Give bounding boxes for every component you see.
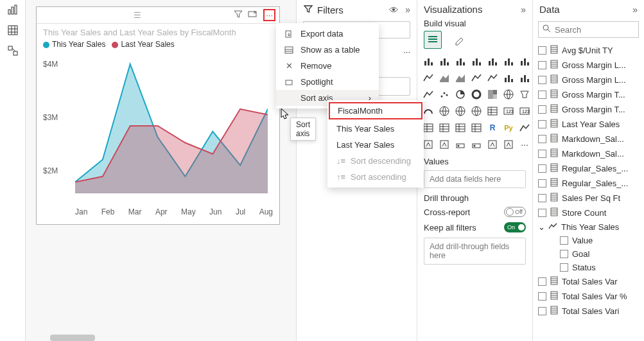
viz-type-ribbon[interactable] xyxy=(518,54,532,68)
field-checkbox[interactable] xyxy=(538,91,546,99)
field-checkbox[interactable] xyxy=(538,194,546,202)
viz-type-stacked-area[interactable] xyxy=(453,71,467,85)
field-checkbox[interactable] xyxy=(538,120,546,128)
viz-type-stacked-bar[interactable] xyxy=(421,54,435,68)
field-checkbox[interactable] xyxy=(538,179,546,188)
field-row[interactable]: Store Count xyxy=(538,205,641,220)
field-checkbox[interactable] xyxy=(560,263,568,272)
viz-type-filled-map[interactable] xyxy=(518,87,532,101)
viz-type-donut[interactable] xyxy=(469,87,483,101)
viz-type-r-visual[interactable]: R xyxy=(485,121,500,135)
field-row[interactable]: Regular_Sales_... xyxy=(538,176,641,191)
field-checkbox[interactable] xyxy=(560,236,568,245)
viz-type-scatter-2[interactable] xyxy=(437,87,451,101)
viz-type-card[interactable]: 123 xyxy=(501,104,516,118)
menu-spotlight[interactable]: Spotlight xyxy=(276,74,379,90)
model-view-icon[interactable] xyxy=(7,45,19,57)
submenu-sort-ascending[interactable]: ↑≡Sort ascending xyxy=(327,169,424,185)
field-row[interactable]: Markdown_Sal... xyxy=(538,132,641,146)
field-checkbox[interactable] xyxy=(538,209,546,217)
viz-type-100-column[interactable] xyxy=(501,54,516,68)
more-icon[interactable]: ··· xyxy=(403,47,410,57)
field-checkbox[interactable] xyxy=(538,307,546,315)
viz-type-power-apps[interactable] xyxy=(485,137,500,152)
viz-type-treemap[interactable] xyxy=(485,87,500,101)
field-checkbox[interactable] xyxy=(538,164,546,173)
viz-type-slicer[interactable] xyxy=(469,121,483,135)
viz-type-line-col[interactable] xyxy=(469,71,483,85)
viz-type-area[interactable] xyxy=(437,71,451,85)
field-row[interactable]: Last Year Sales xyxy=(538,117,641,132)
viz-type-100-bar[interactable] xyxy=(485,54,500,68)
horizontal-scrollbar[interactable] xyxy=(50,335,95,341)
field-checkbox[interactable] xyxy=(538,292,546,301)
keep-filters-toggle[interactable]: On xyxy=(504,222,526,232)
viz-type-clustered-column[interactable] xyxy=(469,54,483,68)
field-row[interactable]: Sales Per Sq Ft xyxy=(538,191,641,205)
field-checkbox[interactable] xyxy=(560,250,568,258)
table-view-icon[interactable] xyxy=(7,24,19,36)
chart-visual[interactable]: ☰ ··· This Year Sales and Last Year Sale… xyxy=(36,6,280,225)
field-group[interactable]: ⌄This Year Sales xyxy=(538,220,641,234)
viz-type-multi-card[interactable]: 123 xyxy=(518,104,532,118)
drag-handle-icon[interactable]: ☰ xyxy=(134,10,141,20)
viz-type-azure-map[interactable] xyxy=(437,104,451,118)
format-visual-tab[interactable] xyxy=(451,31,469,49)
menu-show-as-table[interactable]: Show as a table xyxy=(276,42,379,58)
build-visual-tab[interactable] xyxy=(424,31,442,49)
viz-type-key-influencers[interactable] xyxy=(518,121,532,135)
more-options-button[interactable]: ··· xyxy=(263,9,275,21)
report-view-icon[interactable] xyxy=(7,4,19,15)
viz-type-power-automate[interactable] xyxy=(501,137,516,152)
field-row[interactable]: Goal xyxy=(538,247,641,261)
field-checkbox[interactable] xyxy=(538,105,546,114)
field-row[interactable]: Total Sales Var xyxy=(538,274,641,289)
field-row[interactable]: Total Sales Var % xyxy=(538,289,641,304)
menu-remove[interactable]: ✕Remove xyxy=(276,58,379,74)
submenu-last-year-sales[interactable]: Last Year Sales xyxy=(327,137,424,153)
field-row[interactable]: Regular_Sales_... xyxy=(538,161,641,176)
viz-type-paginated[interactable] xyxy=(469,137,483,152)
viz-type-scatter[interactable] xyxy=(421,87,435,101)
viz-type-clustered-bar[interactable] xyxy=(437,54,451,68)
cross-report-toggle[interactable]: Off xyxy=(504,207,526,217)
viz-type-matrix-2[interactable] xyxy=(453,121,467,135)
field-row[interactable]: Avg $/Unit TY xyxy=(538,43,641,58)
field-row[interactable]: Gross Margin L... xyxy=(538,73,641,87)
field-row[interactable]: Markdown_Sal... xyxy=(538,146,641,161)
viz-type-waterfall[interactable] xyxy=(501,71,516,85)
viz-type-line[interactable] xyxy=(421,71,435,85)
field-row[interactable]: Status xyxy=(538,261,641,274)
focus-mode-icon[interactable] xyxy=(248,10,257,21)
field-row[interactable]: Gross Margin T... xyxy=(538,87,641,102)
field-row[interactable]: Gross Margin L... xyxy=(538,58,641,73)
data-search-input[interactable]: Search xyxy=(538,21,639,38)
values-dropzone[interactable]: Add data fields here xyxy=(424,170,526,188)
viz-type-stacked-column[interactable] xyxy=(453,54,467,68)
field-checkbox[interactable] xyxy=(538,76,546,84)
collapse-viz-icon[interactable]: » xyxy=(521,4,526,15)
field-checkbox[interactable] xyxy=(538,150,546,158)
viz-type-smart-narrative[interactable] xyxy=(453,137,467,152)
submenu-this-year-sales[interactable]: This Year Sales xyxy=(327,121,424,137)
field-checkbox[interactable] xyxy=(538,277,546,286)
viz-type-python-visual[interactable]: Py xyxy=(501,121,516,135)
submenu-sort-descending[interactable]: ↓≡Sort descending xyxy=(327,153,424,169)
viz-type-funnel-chart[interactable] xyxy=(518,71,532,85)
collapse-filters-icon[interactable]: » xyxy=(405,4,410,15)
visibility-icon[interactable]: 👁 xyxy=(389,4,399,15)
drill-dropzone[interactable]: Add drill-through fields here xyxy=(424,238,526,265)
viz-type-map[interactable] xyxy=(501,87,516,101)
collapse-data-icon[interactable]: » xyxy=(632,4,638,15)
field-row[interactable]: Total Sales Vari xyxy=(538,304,641,319)
viz-type-qa[interactable] xyxy=(437,137,451,152)
submenu-fiscalmonth[interactable]: FiscalMonth xyxy=(329,102,422,119)
field-checkbox[interactable] xyxy=(538,46,546,55)
field-checkbox[interactable] xyxy=(538,61,546,69)
viz-type-table[interactable] xyxy=(485,104,500,118)
viz-type-arcgis[interactable] xyxy=(453,104,467,118)
viz-type-more-visuals[interactable]: ··· xyxy=(518,137,532,152)
viz-type-shape-map[interactable] xyxy=(469,104,483,118)
viz-type-pie[interactable] xyxy=(453,87,467,101)
viz-type-table-2[interactable] xyxy=(437,121,451,135)
